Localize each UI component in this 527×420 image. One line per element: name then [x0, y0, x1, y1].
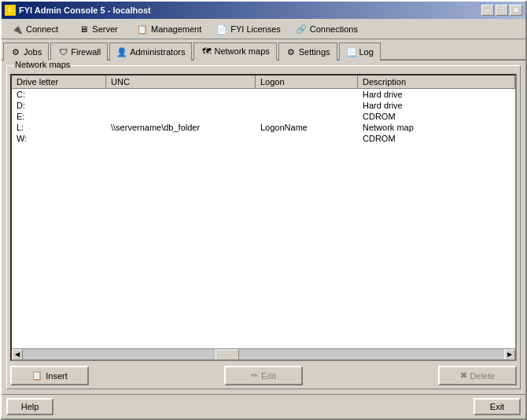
- cell-description-3: Network map: [358, 122, 515, 133]
- tabs-row: Jobs Firewall Administrators Network map…: [2, 39, 525, 61]
- delete-label: Delete: [470, 371, 496, 381]
- tab-network-maps-label: Network maps: [214, 46, 269, 56]
- insert-button[interactable]: Insert: [10, 366, 89, 385]
- cell-unc-1: [106, 100, 256, 111]
- network-maps-group: Network maps Drive letter UNC Logon Desc…: [6, 65, 521, 389]
- col-header-drive: Drive letter: [12, 76, 106, 88]
- cell-unc-4: [106, 133, 256, 144]
- jobs-icon: [10, 46, 21, 57]
- table-row[interactable]: E:CDROM: [12, 111, 515, 122]
- scroll-right-button[interactable]: ▶: [504, 349, 515, 360]
- tab-jobs-label: Jobs: [24, 47, 42, 57]
- title-buttons: ─ □ ✕: [481, 5, 522, 16]
- cell-unc-2: [106, 111, 256, 122]
- scroll-track[interactable]: [23, 349, 504, 360]
- cell-logon-1: [256, 100, 358, 111]
- toolbar: Connect Server Management FYI Licenses C…: [2, 19, 525, 39]
- toolbar-server-button[interactable]: Server: [66, 20, 129, 38]
- firewall-icon: [57, 46, 68, 57]
- tab-network-maps[interactable]: Network maps: [193, 42, 276, 61]
- cell-drive-0: C:: [12, 89, 106, 100]
- toolbar-management-button[interactable]: Management: [129, 20, 208, 38]
- tab-administrators[interactable]: Administrators: [109, 42, 192, 61]
- edit-label: Edit: [261, 371, 276, 381]
- horizontal-scrollbar[interactable]: ◀ ▶: [12, 348, 515, 359]
- col-header-logon: Logon: [256, 76, 358, 88]
- col-header-description: Description: [358, 76, 515, 88]
- col-header-unc: UNC: [106, 76, 256, 88]
- tab-jobs[interactable]: Jobs: [3, 42, 49, 61]
- content-area: Network maps Drive letter UNC Logon Desc…: [2, 61, 525, 394]
- cell-drive-2: E:: [12, 111, 106, 122]
- cell-logon-0: [256, 89, 358, 100]
- scroll-thumb[interactable]: [216, 349, 239, 360]
- group-label: Network maps: [13, 60, 72, 69]
- connections-label: Connections: [310, 24, 358, 34]
- cell-unc-0: [106, 89, 256, 100]
- tab-settings[interactable]: Settings: [278, 42, 337, 61]
- server-icon: [77, 23, 90, 35]
- table-row[interactable]: W:CDROM: [12, 133, 515, 144]
- table-row[interactable]: C:Hard drive: [12, 89, 515, 100]
- footer-bar: Help Exit: [2, 394, 525, 418]
- maximize-button[interactable]: □: [496, 5, 508, 16]
- tab-log-label: Log: [359, 47, 374, 57]
- table-row[interactable]: D:Hard drive: [12, 100, 515, 111]
- cell-description-1: Hard drive: [358, 100, 515, 111]
- tab-settings-label: Settings: [299, 47, 330, 57]
- main-window: F FYI Admin Console 5 - localhost ─ □ ✕ …: [0, 0, 527, 420]
- cell-logon-2: [256, 111, 358, 122]
- settings-icon: [286, 46, 297, 57]
- close-button[interactable]: ✕: [510, 5, 522, 16]
- connect-label: Connect: [26, 24, 58, 34]
- cell-unc-3: \\servername\db_folder: [106, 122, 256, 133]
- fyi-icon: [216, 23, 228, 35]
- netmap-icon: [201, 46, 212, 57]
- log-icon: [346, 46, 357, 57]
- tab-firewall-label: Firewall: [71, 47, 101, 57]
- app-icon: F: [5, 5, 16, 16]
- server-label: Server: [92, 24, 117, 34]
- management-icon: [136, 23, 149, 35]
- action-buttons: Insert Edit Delete: [10, 361, 517, 385]
- toolbar-row-1: Connect Server Management FYI Licenses C…: [3, 20, 524, 38]
- cell-description-2: CDROM: [358, 111, 515, 122]
- connections-icon: [295, 23, 308, 35]
- scroll-left-button[interactable]: ◀: [12, 349, 23, 360]
- toolbar-connections-button[interactable]: Connections: [288, 20, 365, 38]
- tab-log[interactable]: Log: [339, 42, 381, 61]
- cell-drive-3: L:: [12, 122, 106, 133]
- admins-icon: [116, 46, 127, 57]
- title-bar-left: F FYI Admin Console 5 - localhost: [5, 5, 151, 16]
- table-header: Drive letter UNC Logon Description: [12, 76, 515, 89]
- edit-button[interactable]: Edit: [224, 366, 303, 385]
- cell-drive-4: W:: [12, 133, 106, 144]
- insert-label: Insert: [46, 371, 68, 381]
- title-bar: F FYI Admin Console 5 - localhost ─ □ ✕: [2, 2, 525, 19]
- window-title: FYI Admin Console 5 - localhost: [19, 6, 151, 15]
- network-maps-table[interactable]: Drive letter UNC Logon Description C:Har…: [10, 74, 517, 361]
- minimize-button[interactable]: ─: [481, 5, 494, 16]
- cell-drive-1: D:: [12, 100, 106, 111]
- toolbar-fyi-button[interactable]: FYI Licenses: [208, 20, 288, 38]
- cell-logon-3: LogonName: [256, 122, 358, 133]
- tab-firewall[interactable]: Firewall: [50, 42, 108, 61]
- cell-logon-4: [256, 133, 358, 144]
- management-label: Management: [151, 24, 201, 34]
- tab-administrators-label: Administrators: [130, 47, 185, 57]
- fyi-label: FYI Licenses: [230, 24, 281, 34]
- cell-description-4: CDROM: [358, 133, 515, 144]
- table-body[interactable]: C:Hard driveD:Hard driveE:CDROML:\\serve…: [12, 89, 515, 348]
- insert-icon: [31, 370, 42, 381]
- table-row[interactable]: L:\\servername\db_folderLogonNameNetwork…: [12, 122, 515, 133]
- connect-icon: [11, 23, 24, 35]
- toolbar-connect-button[interactable]: Connect: [3, 20, 66, 38]
- exit-button[interactable]: Exit: [474, 398, 521, 415]
- help-button[interactable]: Help: [6, 398, 53, 415]
- cell-description-0: Hard drive: [358, 89, 515, 100]
- delete-button[interactable]: Delete: [438, 366, 517, 385]
- delete-icon: [460, 370, 467, 381]
- edit-icon: [251, 370, 258, 381]
